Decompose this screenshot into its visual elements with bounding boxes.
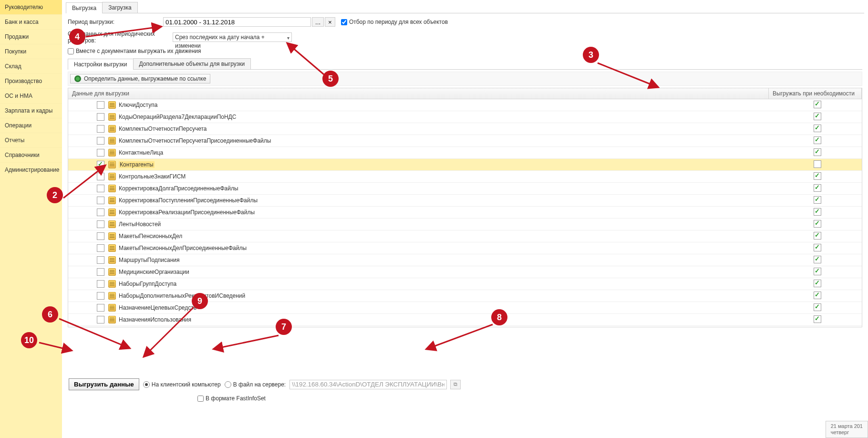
sidebar-item[interactable]: Администрирование [0, 162, 62, 177]
row-need-checkbox[interactable] [814, 292, 821, 299]
row-need-checkbox[interactable] [814, 101, 821, 108]
table-row[interactable]: МедицинскиеОрганизации [68, 266, 862, 278]
sidebar-item[interactable]: Производство [0, 73, 62, 88]
period-clear-button[interactable]: × [325, 17, 335, 27]
catalog-icon [108, 197, 116, 204]
row-name: КорректировкаПоступленияПрисоединенныеФа… [119, 197, 258, 204]
row-select-checkbox[interactable] [97, 149, 104, 156]
row-select-checkbox[interactable] [97, 173, 104, 180]
tab-extra[interactable]: Дополнительные объекты для выгрузки [133, 58, 251, 69]
sidebar-item[interactable]: Зарплата и кадры [0, 103, 62, 118]
row-need-checkbox[interactable] [814, 125, 821, 132]
table-row[interactable]: КодыОперацийРаздела7ДекларацииПоНДС [68, 111, 862, 123]
sidebar-item[interactable]: Отчеты [0, 133, 62, 147]
tab-import[interactable]: Загрузка [102, 2, 138, 13]
row-need-checkbox[interactable] [814, 196, 821, 204]
table-row[interactable]: КонтактныеЛица [68, 147, 862, 159]
row-select-checkbox[interactable] [97, 316, 104, 323]
fastinfoset-checkbox[interactable] [197, 396, 204, 402]
row-select-checkbox[interactable] [97, 292, 104, 300]
row-select-checkbox[interactable] [97, 197, 104, 204]
row-select-checkbox[interactable] [97, 268, 104, 276]
table-row[interactable]: КорректировкаПоступленияПрисоединенныеФа… [68, 195, 862, 207]
table-row[interactable]: КлючиДоступа [68, 99, 862, 111]
table-row[interactable]: НаборыДополнительныхРеквизитовИСведений [68, 290, 862, 302]
sidebar-item[interactable]: Руководителю [0, 0, 62, 14]
tab-settings[interactable]: Настройки выгрузки [68, 59, 134, 70]
row-select-checkbox[interactable] [97, 256, 104, 264]
column-need: Выгружать при необходимости [769, 88, 862, 99]
tab-export[interactable]: Выгрузка [66, 2, 103, 13]
detect-linked-button[interactable]: Определить данные, выгружаемые по ссылке [70, 74, 210, 83]
sidebar-item[interactable]: ОС и НМА [0, 88, 62, 103]
table-row[interactable]: МаршрутыПодписания [68, 254, 862, 266]
row-name: НазначениеЦелевыхСредств [119, 304, 196, 311]
catalog-icon [108, 185, 116, 192]
row-need-checkbox[interactable] [814, 280, 821, 287]
row-select-checkbox[interactable] [97, 125, 104, 133]
sidebar-item[interactable]: Покупки [0, 44, 62, 59]
refresh-icon [74, 75, 81, 82]
row-need-checkbox[interactable] [814, 160, 821, 168]
row-need-checkbox[interactable] [814, 136, 821, 144]
row-need-checkbox[interactable] [814, 268, 821, 275]
row-select-checkbox[interactable] [97, 280, 104, 288]
row-name: НаборыГруппДоступа [119, 281, 176, 287]
table-row[interactable]: НазначениеЦелевыхСредств [68, 302, 862, 314]
sidebar-item[interactable]: Операции [0, 118, 62, 133]
catalog-icon [108, 125, 116, 133]
table-row[interactable]: НаборыГруппДоступа [68, 278, 862, 290]
row-need-checkbox[interactable] [814, 232, 821, 240]
radio-to-client[interactable]: На клиентский компьютер [143, 381, 221, 388]
table-row[interactable]: КонтрольныеЗнакиГИСМ [68, 171, 862, 183]
row-need-checkbox[interactable] [814, 184, 821, 192]
filter-all-checkbox[interactable] [341, 19, 347, 25]
catalog-icon [108, 292, 116, 300]
row-select-checkbox[interactable] [97, 232, 104, 240]
table-row[interactable]: ЛентыНовостей [68, 219, 862, 230]
export-button[interactable]: Выгрузить данные [69, 378, 139, 390]
row-select-checkbox[interactable] [97, 185, 104, 192]
table-row[interactable]: КорректировкаРеализацииПрисоединенныеФай… [68, 207, 862, 219]
row-need-checkbox[interactable] [814, 113, 821, 120]
table-row[interactable]: НазначенияИспользования [68, 314, 862, 326]
table-row[interactable]: НалоговыеОрганы [68, 326, 862, 326]
catalog-icon [108, 209, 116, 216]
row-select-checkbox[interactable] [97, 244, 104, 252]
row-need-checkbox[interactable] [814, 208, 821, 216]
table-row[interactable]: КомплектыОтчетностиПерсучета [68, 123, 862, 135]
periodic-select[interactable]: Срез последних на дату начала + изменени [173, 32, 292, 42]
row-need-checkbox[interactable] [814, 220, 821, 228]
row-select-checkbox[interactable] [97, 220, 104, 228]
catalog-icon [108, 220, 116, 228]
row-select-checkbox[interactable] [97, 304, 104, 312]
row-need-checkbox[interactable] [814, 148, 821, 156]
row-select-checkbox[interactable] [97, 101, 104, 109]
row-need-checkbox[interactable] [814, 256, 821, 263]
sidebar-item[interactable]: Банк и касса [0, 14, 62, 29]
period-input[interactable] [163, 17, 311, 27]
row-select-checkbox[interactable] [97, 209, 104, 216]
table-row[interactable]: Контрагенты [68, 159, 862, 171]
fastinfoset-label: В формате FastInfoSet [206, 395, 266, 402]
table-row[interactable]: КорректировкаДолгаПрисоединенныеФайлы [68, 183, 862, 195]
row-need-checkbox[interactable] [814, 244, 821, 251]
period-select-button[interactable]: ... [312, 17, 324, 27]
row-need-checkbox[interactable] [814, 303, 821, 311]
radio-to-file[interactable]: В файл на сервере: [225, 381, 286, 388]
table-row[interactable]: КомплектыОтчетностиПерсучетаПрисоединенн… [68, 135, 862, 147]
row-select-checkbox[interactable] [97, 137, 104, 145]
row-need-checkbox[interactable] [814, 172, 821, 180]
row-need-checkbox[interactable] [814, 315, 821, 323]
sidebar-item[interactable]: Продажи [0, 29, 62, 44]
row-select-checkbox[interactable] [97, 161, 104, 168]
open-path-button[interactable]: ⧉ [450, 380, 461, 389]
sidebar-item[interactable]: Справочники [0, 147, 62, 162]
table-row[interactable]: МакетыПенсионныхДелПрисоединенныеФайлы [68, 242, 862, 254]
server-path-input[interactable] [289, 380, 447, 389]
movements-checkbox[interactable] [68, 48, 74, 54]
row-name: МедицинскиеОрганизации [119, 269, 189, 275]
row-select-checkbox[interactable] [97, 113, 104, 121]
table-row[interactable]: МакетыПенсионныхДел [68, 230, 862, 242]
sidebar-item[interactable]: Склад [0, 59, 62, 73]
